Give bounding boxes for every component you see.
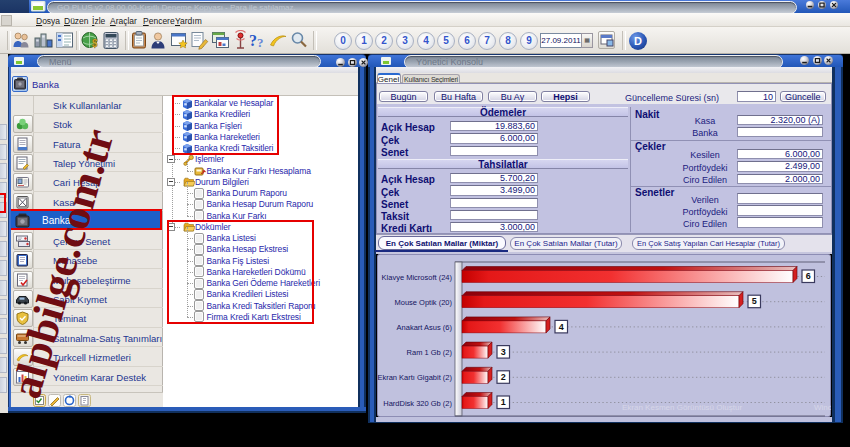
svg-text:Ekran Kartı Gigabit (2): Ekran Kartı Gigabit (2) [377, 373, 452, 382]
svg-text:2: 2 [501, 372, 506, 382]
svg-text:HardDisk 320 Gb (2): HardDisk 320 Gb (2) [383, 399, 452, 408]
svg-text:?: ? [249, 32, 257, 49]
svg-text:$: $ [92, 38, 98, 49]
svg-text:Mouse Optik (20): Mouse Optik (20) [394, 298, 452, 307]
svg-text:Ekran Kesmen Görüntüsü Oluştur: Ekran Kesmen Görüntüsü Oluştur [622, 403, 742, 412]
svg-text:Anakart Asus (6): Anakart Asus (6) [397, 323, 453, 332]
svg-text:?: ? [257, 35, 264, 50]
svg-text:Klavye Microsoft (24): Klavye Microsoft (24) [382, 273, 453, 282]
svg-text:Windows: Windows [814, 403, 831, 412]
svg-text:4: 4 [559, 322, 564, 332]
svg-text:6: 6 [806, 271, 811, 281]
svg-text:3: 3 [501, 347, 506, 357]
svg-text:Ram 1 Gb (2): Ram 1 Gb (2) [407, 348, 453, 357]
svg-text:5: 5 [752, 296, 757, 306]
svg-text:1: 1 [501, 397, 506, 407]
